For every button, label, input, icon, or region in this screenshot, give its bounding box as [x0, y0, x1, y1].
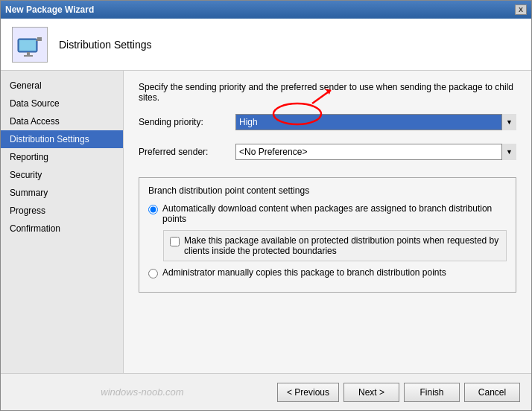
- group-box-title: Branch distribution point content settin…: [148, 185, 507, 196]
- sending-priority-row: Sending priority: High Medium Low ▼: [139, 114, 516, 130]
- checkbox-label: Make this package available on protected…: [184, 235, 500, 256]
- window: New Package Wizard X Distribution Settin…: [0, 0, 532, 411]
- preferred-sender-select-wrapper: <No Preference> ▼: [235, 144, 516, 160]
- header-bar: Distribution Settings: [1, 19, 531, 71]
- protected-dp-checkbox[interactable]: [170, 237, 180, 246]
- watermark: windows-noob.com: [101, 386, 183, 398]
- title-bar: New Package Wizard X: [1, 1, 531, 19]
- radio2-row: Administrator manually copies this packa…: [148, 267, 507, 278]
- svg-rect-1: [19, 40, 36, 51]
- next-button[interactable]: Next >: [343, 383, 399, 402]
- radio2-input[interactable]: [148, 269, 158, 278]
- radio1-input[interactable]: [148, 205, 158, 214]
- branch-distribution-group: Branch distribution point content settin…: [139, 177, 516, 293]
- sidebar-item-data-source[interactable]: Data Source: [1, 95, 123, 112]
- svg-rect-4: [27, 52, 30, 55]
- sidebar-item-security[interactable]: Security: [1, 166, 123, 184]
- svg-rect-5: [24, 55, 33, 57]
- footer: windows-noob.com < Previous Next > Finis…: [1, 373, 531, 410]
- content-area: General Data Source Data Access Distribu…: [1, 71, 531, 373]
- main-content: Specify the sending priority and the pre…: [124, 71, 531, 373]
- title-bar-controls: X: [515, 4, 527, 15]
- finish-button[interactable]: Finish: [404, 383, 460, 402]
- sending-priority-select[interactable]: High Medium Low: [235, 114, 516, 130]
- sidebar-item-reporting[interactable]: Reporting: [1, 148, 123, 166]
- cancel-button[interactable]: Cancel: [464, 383, 520, 402]
- close-button[interactable]: X: [515, 4, 527, 15]
- sending-priority-select-wrapper: High Medium Low ▼: [235, 114, 516, 130]
- radio1-row: Automatically download content when pack…: [148, 203, 507, 224]
- svg-rect-2: [37, 37, 42, 39]
- title-bar-left: New Package Wizard: [5, 4, 94, 15]
- sidebar-item-summary[interactable]: Summary: [1, 184, 123, 202]
- header-title: Distribution Settings: [59, 39, 152, 51]
- sidebar-item-data-access[interactable]: Data Access: [1, 112, 123, 130]
- description-text: Specify the sending priority and the pre…: [139, 82, 516, 103]
- sending-priority-label: Sending priority:: [139, 117, 235, 127]
- radio2-label: Administrator manually copies this packa…: [162, 267, 446, 278]
- preferred-sender-row: Preferred sender: <No Preference> ▼: [139, 144, 516, 160]
- window-title: New Package Wizard: [5, 4, 94, 15]
- sidebar: General Data Source Data Access Distribu…: [1, 71, 124, 373]
- header-icon: [12, 27, 48, 63]
- previous-button[interactable]: < Previous: [277, 383, 339, 402]
- sidebar-item-confirmation[interactable]: Confirmation: [1, 220, 123, 238]
- preferred-sender-label: Preferred sender:: [139, 147, 235, 157]
- sidebar-item-general[interactable]: General: [1, 77, 123, 95]
- radio1-label: Automatically download content when pack…: [162, 203, 507, 224]
- preferred-sender-select[interactable]: <No Preference>: [235, 144, 516, 160]
- svg-rect-3: [36, 39, 42, 41]
- sidebar-item-distribution-settings[interactable]: Distribution Settings: [1, 130, 123, 148]
- checkbox-row: Make this package available on protected…: [163, 230, 507, 261]
- sidebar-item-progress[interactable]: Progress: [1, 202, 123, 220]
